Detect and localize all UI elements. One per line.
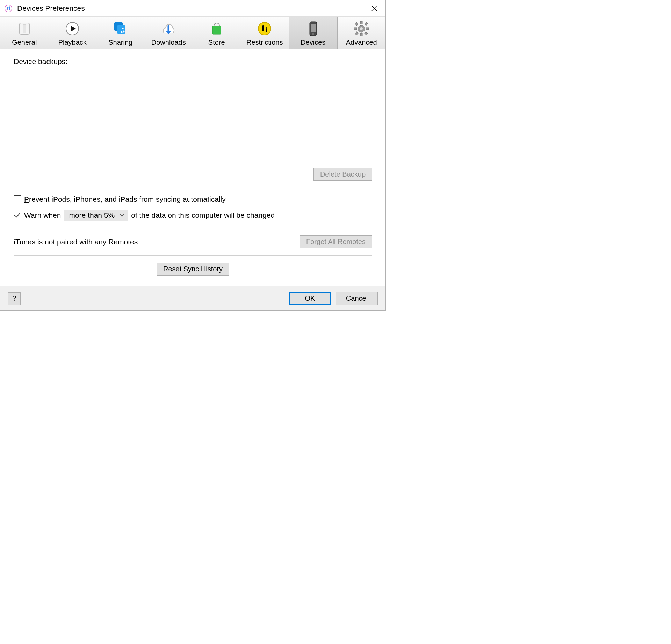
help-button[interactable]: ?	[8, 292, 21, 305]
titlebar: Devices Preferences	[0, 0, 385, 17]
help-icon: ?	[12, 294, 16, 302]
prevent-sync-label[interactable]: Prevent iPods, iPhones, and iPads from s…	[24, 195, 226, 203]
tab-downloads[interactable]: Downloads	[145, 17, 193, 49]
delete-backup-button[interactable]: Delete Backup	[313, 168, 372, 181]
svg-rect-27	[354, 28, 357, 30]
content-area: Device backups: Delete Backup Prevent iP…	[0, 49, 385, 286]
forget-all-remotes-button[interactable]: Forget All Remotes	[300, 235, 372, 248]
tab-label: Store	[208, 38, 225, 46]
svg-rect-32	[365, 32, 368, 35]
tab-playback[interactable]: Playback	[49, 17, 97, 49]
general-icon	[16, 20, 33, 37]
footer: ? OK Cancel	[0, 286, 385, 310]
svg-rect-6	[23, 24, 26, 33]
tab-label: Advanced	[346, 38, 377, 46]
prevent-sync-checkbox[interactable]	[14, 195, 21, 203]
svg-rect-25	[360, 21, 362, 24]
tab-restrictions[interactable]: Restrictions	[241, 17, 289, 49]
svg-rect-18	[262, 27, 264, 31]
store-icon	[208, 20, 225, 37]
svg-point-19	[266, 27, 267, 29]
playback-icon	[64, 20, 81, 37]
tab-devices[interactable]: Devices	[289, 17, 338, 49]
close-button[interactable]	[367, 3, 381, 14]
warn-threshold-select[interactable]: more than 5%	[64, 210, 128, 221]
svg-point-23	[312, 33, 314, 35]
device-backups-label: Device backups:	[14, 57, 372, 66]
svg-rect-15	[212, 26, 221, 34]
svg-point-33	[360, 27, 363, 30]
warn-checkbox[interactable]	[14, 212, 21, 219]
separator	[14, 228, 372, 228]
svg-point-11	[121, 31, 122, 33]
tab-label: Devices	[301, 38, 325, 46]
warn-suffix-label: of the data on this computer will be cha…	[131, 211, 275, 220]
separator	[14, 188, 372, 188]
toolbar: General Playback Sharing	[0, 17, 385, 49]
svg-rect-28	[366, 28, 369, 30]
svg-point-12	[123, 31, 124, 33]
sharing-icon	[112, 20, 129, 37]
svg-rect-26	[360, 33, 362, 36]
svg-rect-30	[365, 22, 368, 26]
tab-label: Playback	[58, 38, 87, 46]
warn-select-value: more than 5%	[69, 211, 115, 220]
gear-icon	[353, 20, 370, 37]
chevron-down-icon	[120, 213, 124, 218]
svg-rect-31	[355, 32, 358, 35]
tab-advanced[interactable]: Advanced	[338, 17, 386, 49]
reset-sync-history-button[interactable]: Reset Sync History	[157, 263, 229, 276]
tab-label: General	[12, 38, 37, 46]
svg-point-16	[258, 22, 271, 35]
warn-prefix-label[interactable]: Warn when	[24, 211, 61, 220]
svg-point-0	[5, 5, 12, 12]
svg-rect-29	[355, 22, 358, 26]
tab-store[interactable]: Store	[193, 17, 241, 49]
preferences-window: Devices Preferences General	[0, 0, 386, 311]
itunes-icon	[5, 5, 12, 12]
cancel-button[interactable]: Cancel	[336, 292, 378, 305]
tab-sharing[interactable]: Sharing	[96, 17, 145, 49]
ok-button[interactable]: OK	[289, 292, 331, 305]
svg-point-1	[7, 9, 8, 11]
svg-point-17	[262, 25, 264, 27]
window-title: Devices Preferences	[17, 4, 85, 13]
tab-label: Downloads	[151, 38, 186, 46]
tab-label: Restrictions	[246, 38, 283, 46]
tab-label: Sharing	[108, 38, 132, 46]
tab-general[interactable]: General	[0, 17, 49, 49]
device-backups-list[interactable]	[14, 69, 372, 163]
svg-rect-22	[311, 24, 316, 32]
svg-rect-20	[266, 29, 267, 32]
separator	[14, 255, 372, 256]
restrictions-icon	[256, 20, 273, 37]
devices-icon	[305, 20, 322, 37]
downloads-icon	[160, 20, 177, 37]
remotes-status-text: iTunes is not paired with any Remotes	[14, 238, 138, 246]
close-icon	[371, 6, 377, 11]
backup-list-col-date	[243, 69, 372, 163]
backup-list-col-name	[14, 69, 243, 163]
svg-point-2	[9, 9, 10, 10]
